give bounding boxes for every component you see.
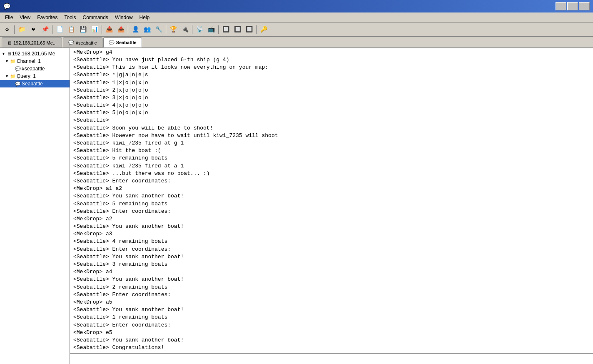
tree-icon-2: 💬 <box>15 66 21 72</box>
chat-line-23: <Seabattle> You sank another boat! <box>73 192 590 200</box>
toolbar: ⚙ 📁 ❤ 📌 📄 📋 💾 📊 📥 📤 👤 👥 🔧 🏆 🔌 📡 📺 🔲 🔲 🔲 … <box>0 22 593 37</box>
tree-icon-3: 📁 <box>10 74 16 79</box>
toolbar-btn-15[interactable]: 📡 <box>194 24 205 35</box>
chat-line-31: <Seabattle> You sank another boat! <box>73 253 590 261</box>
chat-line-21: <Seabattle> Enter coordinates: <box>73 177 590 185</box>
maximize-button[interactable] <box>567 2 578 10</box>
toolbar-btn-13[interactable]: 🏆 <box>168 24 179 35</box>
menu-item-help[interactable]: Help <box>136 14 153 21</box>
title-bar-controls <box>556 2 590 10</box>
toolbar-btn-11[interactable]: 👥 <box>142 24 152 35</box>
title-bar: 💬 <box>0 0 593 12</box>
chat-line-40: <Seabattle> Enter coordinates: <box>73 322 590 329</box>
tab-icon-2: 💬 <box>109 40 115 45</box>
toolbar-btn-17[interactable]: 🔲 <box>220 24 231 35</box>
tab-bar: 🖥192.168.201.65 Me...💬#seabattle💬Seabatt… <box>0 37 593 48</box>
tree-icon-0: 🖥 <box>7 51 11 56</box>
toolbar-sep-5 <box>166 25 166 34</box>
chat-line-26: <MekDrop> a2 <box>73 215 590 223</box>
toolbar-btn-2[interactable]: ❤ <box>28 24 39 35</box>
toolbar-btn-6[interactable]: 💾 <box>77 24 88 35</box>
chat-input[interactable] <box>70 354 593 364</box>
menu-item-tools[interactable]: Tools <box>61 14 80 21</box>
sidebar-item-0[interactable]: ▼🖥192.168.201.65 Me <box>0 50 70 57</box>
toolbar-btn-4[interactable]: 📄 <box>54 24 65 35</box>
minimize-button[interactable] <box>556 2 566 10</box>
tree-icon-1: 📁 <box>10 59 16 64</box>
chat-line-8: <Seabattle> 1|x|o|o|x|o <box>73 79 590 87</box>
toolbar-sep-2 <box>52 25 52 34</box>
toolbar-sep-7 <box>218 25 219 34</box>
tab-icon-0: 🖥 <box>7 40 12 45</box>
chat-line-22: <MekDrop> a1 a2 <box>73 185 590 192</box>
chat-line-10: <Seabattle> 3|x|o|o|o|o <box>73 94 590 102</box>
tree-icon-4: 💬 <box>15 81 21 87</box>
menu-item-favorites[interactable]: Favorites <box>34 14 61 21</box>
chat-line-30: <Seabattle> Enter coordinates: <box>73 246 590 253</box>
toolbar-sep-6 <box>192 25 192 34</box>
menu-bar: FileViewFavoritesToolsCommandsWindowHelp <box>0 12 593 22</box>
sidebar-label-3: Query: 1 <box>17 73 36 79</box>
toolbar-btn-19[interactable]: 🔲 <box>244 24 254 35</box>
chat-line-20: <Seabattle> ...but there was no boat... … <box>73 170 590 177</box>
sidebar-label-1: Channel: 1 <box>17 58 41 64</box>
toolbar-btn-12[interactable]: 🔧 <box>153 24 164 35</box>
chat-line-38: <Seabattle> You sank another boat! <box>73 306 590 314</box>
sidebar-item-4[interactable]: 💬Seabattle <box>0 80 70 87</box>
toolbar-btn-20[interactable]: 🔑 <box>258 24 269 35</box>
expand-icon-0: ▼ <box>2 52 6 56</box>
toolbar-btn-16[interactable]: 📺 <box>206 24 217 35</box>
tab-label-1: #seabattle <box>76 40 97 45</box>
chat-line-13: <Seabattle> <box>73 117 590 124</box>
chat-line-24: <Seabattle> 5 remaining boats <box>73 200 590 208</box>
toolbar-btn-14[interactable]: 🔌 <box>179 24 190 35</box>
toolbar-sep-1 <box>14 25 15 34</box>
chat-line-19: <Seabattle> kiwi_7235 fired at a 1 <box>73 162 590 170</box>
sidebar-item-3[interactable]: ▼📁Query: 1 <box>0 72 70 80</box>
main: ▼🖥192.168.201.65 Me▼📁Channel: 1💬#seabatt… <box>0 48 593 364</box>
sidebar-item-1[interactable]: ▼📁Channel: 1 <box>0 57 70 65</box>
sidebar-label-0: 192.168.201.65 Me <box>12 51 55 57</box>
chat-line-37: <MekDrop> a5 <box>73 299 590 306</box>
chat-line-34: <Seabattle> You sank another boat! <box>73 276 590 283</box>
menu-item-commands[interactable]: Commands <box>80 14 112 21</box>
tab-2[interactable]: 💬Seabattle <box>103 37 142 47</box>
chat-line-44: <Seabattle> Congratulations! <box>73 344 590 352</box>
sidebar-label-4: Seabattle <box>22 81 43 87</box>
chat-line-16: <Seabattle> kiwi_7235 fired at g 1 <box>73 140 590 147</box>
toolbar-btn-0[interactable]: ⚙ <box>2 24 12 35</box>
sidebar: ▼🖥192.168.201.65 Me▼📁Channel: 1💬#seabatt… <box>0 48 70 364</box>
menu-item-view[interactable]: View <box>16 14 34 21</box>
chat-line-14: <Seabattle> Soon you will be able to sho… <box>73 125 590 132</box>
chat-line-18: <Seabattle> 5 remaining boats <box>73 155 590 162</box>
sidebar-label-2: #seabattle <box>22 66 45 72</box>
toolbar-btn-8[interactable]: 📥 <box>104 24 115 35</box>
expand-icon-3: ▼ <box>5 74 9 78</box>
chat-line-43: <Seabattle> You sank another boat! <box>73 337 590 344</box>
toolbar-btn-1[interactable]: 📁 <box>16 24 27 35</box>
chat-messages[interactable]: <Seabattle> Enter coordinates for 5-th s… <box>70 48 593 353</box>
menu-item-file[interactable]: File <box>2 14 16 21</box>
toolbar-btn-5[interactable]: 📋 <box>66 24 77 35</box>
toolbar-btn-9[interactable]: 📤 <box>115 24 126 35</box>
chat-line-36: <Seabattle> Enter coordinates: <box>73 291 590 299</box>
chat-line-5: <Seabattle> You have just placed 6-th sh… <box>73 56 590 64</box>
tab-1[interactable]: 💬#seabattle <box>63 37 102 47</box>
chat-line-28: <MekDrop> a3 <box>73 230 590 238</box>
toolbar-btn-7[interactable]: 📊 <box>89 24 100 35</box>
chat-line-7: <Seabattle> *|g|a|n|e|s <box>73 71 590 79</box>
toolbar-btn-10[interactable]: 👤 <box>130 24 141 35</box>
tab-label-0: 192.168.201.65 Me... <box>13 40 57 45</box>
toolbar-sep-3 <box>102 25 102 34</box>
toolbar-btn-18[interactable]: 🔲 <box>232 24 243 35</box>
chat-line-27: <Seabattle> You sank another boat! <box>73 223 590 230</box>
chat-line-6: <Seabattle> This is how it looks now eve… <box>73 64 590 71</box>
close-button[interactable] <box>579 2 590 10</box>
chat-line-15: <Seabattle> However now have to wait unt… <box>73 132 590 140</box>
chat-line-29: <Seabattle> 4 remaining boats <box>73 238 590 245</box>
chat-line-35: <Seabattle> 2 remaining boats <box>73 284 590 291</box>
menu-item-window[interactable]: Window <box>112 14 136 21</box>
toolbar-btn-3[interactable]: 📌 <box>40 24 50 35</box>
sidebar-item-2[interactable]: 💬#seabattle <box>0 65 70 72</box>
tab-0[interactable]: 🖥192.168.201.65 Me... <box>2 37 62 47</box>
